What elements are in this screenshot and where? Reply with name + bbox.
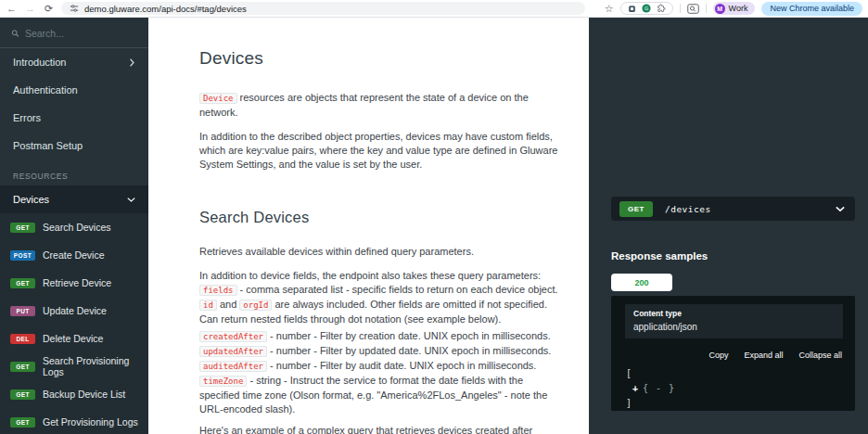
toolbar-divider	[706, 4, 707, 13]
chevron-down-icon[interactable]	[836, 206, 845, 212]
sidebar-op-delete-device[interactable]: DEL Delete Device	[0, 325, 148, 352]
json-collapsed-row: +{ - }	[626, 381, 855, 396]
op-label: Retrieve Device	[43, 277, 111, 288]
op-label: Search Devices	[43, 222, 111, 233]
inline-code-createdafter: createdAfter	[199, 331, 267, 342]
param-fields: fields - comma separated list - specific…	[199, 283, 565, 326]
extensions-puzzle-icon[interactable]	[657, 4, 666, 13]
param-auditedafter: auditedAfter - number - Filter by audit …	[199, 359, 565, 374]
sidebar-item-label: Postman Setup	[13, 140, 83, 151]
sample-panel: GET /devices Response samples 200 Conten…	[589, 18, 868, 434]
grammarly-icon[interactable]: G	[642, 4, 651, 13]
section-description: Retrieves available devices within defin…	[199, 245, 565, 259]
op-label: Update Device	[43, 305, 107, 316]
back-icon[interactable]: ←	[6, 4, 18, 14]
inline-code-fields: fields	[199, 285, 237, 296]
copy-button[interactable]: Copy	[708, 351, 728, 360]
content-type-dropdown[interactable]: Content type application/json	[625, 304, 843, 338]
sidebar-op-retrieve-device[interactable]: GET Retrieve Device	[0, 269, 148, 297]
sidebar-op-create-device[interactable]: POST Create Device	[0, 241, 148, 269]
custom-fields-paragraph: In addition to the described object prop…	[199, 130, 565, 172]
sidebar-search[interactable]	[0, 18, 148, 48]
sidebar-item-label: Errors	[13, 112, 41, 123]
param-text: - comma separated list - specific fields…	[237, 284, 558, 295]
endpoint-path: /devices	[665, 204, 823, 214]
url-bar[interactable]: demo.gluware.com/api-docs/#tag/devices	[61, 2, 585, 15]
param-text: - string - Instruct the service to forma…	[199, 375, 547, 415]
toolbar-divider	[680, 4, 681, 13]
page-title: Devices	[199, 48, 565, 69]
expand-all-button[interactable]: Expand all	[744, 351, 783, 360]
devices-submenu: GET Search Devices POST Create Device GE…	[0, 213, 148, 434]
svg-text:G: G	[645, 6, 648, 11]
intro-text: resources are objects that represent the…	[199, 92, 529, 118]
param-timezone: timeZone - string - Instruct the service…	[199, 374, 565, 416]
sidebar-item-postman-setup[interactable]: Postman Setup	[0, 132, 148, 160]
doc-content: Devices Device resources are objects tha…	[148, 18, 589, 434]
response-sample-panel: Content type application/json Copy Expan…	[611, 296, 855, 411]
status-tab-200[interactable]: 200	[611, 274, 672, 291]
docs-sidebar: Introduction Authentication Errors Postm…	[0, 18, 148, 434]
param-createdafter: createdAfter - number - Filter by creati…	[199, 329, 565, 344]
sidebar-op-search-devices[interactable]: GET Search Devices	[0, 213, 148, 241]
method-badge-get: GET	[10, 223, 35, 233]
endpoint-bar[interactable]: GET /devices	[611, 197, 855, 221]
sidebar-item-authentication[interactable]: Authentication	[0, 76, 148, 104]
method-badge-put: PUT	[10, 306, 35, 316]
op-label: Backup Device List	[43, 389, 125, 400]
profile-chip[interactable]: M Work	[713, 2, 756, 15]
sidebar-item-devices[interactable]: Devices	[0, 185, 148, 213]
sidebar-op-get-provisioning-logs[interactable]: GET Get Provisioning Logs	[0, 408, 148, 434]
chrome-update-button[interactable]: New Chrome available	[761, 2, 862, 16]
bookmark-star-icon[interactable]: ☆	[605, 3, 614, 15]
extensions-group: G	[620, 2, 673, 15]
param-text: - number - Filter by creation date. UNIX…	[267, 330, 551, 341]
inline-code-timezone: timeZone	[199, 376, 247, 387]
sidebar-item-introduction[interactable]: Introduction	[0, 48, 148, 76]
method-badge-del: DEL	[10, 334, 35, 344]
avatar: M	[715, 4, 725, 14]
sidebar-op-backup-device-list[interactable]: GET Backup Device List	[0, 380, 148, 408]
search-input[interactable]	[25, 28, 137, 39]
chevron-right-icon	[129, 58, 135, 67]
profile-name: Work	[729, 4, 748, 13]
sample-actions: Copy Expand all Collapse all	[624, 351, 842, 360]
op-label: Get Provisioning Logs	[43, 416, 138, 428]
param-text: and	[217, 299, 239, 310]
query-params-intro: In addition to device fields, the endpoi…	[199, 269, 565, 283]
json-collapsed-object[interactable]: { - }	[643, 383, 675, 393]
side-panel-search-icon[interactable]	[687, 4, 699, 14]
method-badge-get: GET	[10, 362, 35, 372]
collapse-all-button[interactable]: Collapse all	[798, 351, 842, 360]
reload-icon[interactable]: ⟳	[43, 4, 55, 14]
sidebar-item-label: Authentication	[13, 84, 78, 96]
inline-code-orgid: orgId	[239, 300, 272, 311]
url-text: demo.gluware.com/api-docs/#tag/devices	[84, 4, 247, 14]
inline-code-updatedafter: updatedAfter	[199, 346, 267, 357]
response-samples-title: Response samples	[611, 250, 708, 262]
inline-code-device: Device	[199, 93, 237, 104]
expand-node-toggle[interactable]: +	[632, 383, 638, 393]
method-badge-get: GET	[10, 278, 35, 288]
op-label: Create Device	[43, 249, 105, 261]
site-info-icon[interactable]	[70, 4, 79, 13]
op-label: Delete Device	[43, 333, 103, 344]
browser-toolbar: ← → ⟳ demo.gluware.com/api-docs/#tag/dev…	[0, 0, 868, 18]
sidebar-op-update-device[interactable]: PUT Update Device	[0, 297, 148, 325]
param-text: - number - Filter by updated date. UNIX …	[267, 345, 551, 356]
method-badge-post: POST	[10, 250, 35, 261]
sidebar-item-label: Introduction	[13, 57, 66, 68]
pinned-extension-icon[interactable]	[628, 5, 636, 13]
content-type-value: application/json	[633, 322, 835, 332]
inline-code-auditedafter: auditedAfter	[199, 361, 267, 372]
json-open-bracket: [	[626, 366, 855, 381]
sidebar-op-search-provisioning-logs[interactable]: GET Search Provisioning Logs	[0, 352, 148, 380]
endpoint-method-badge: GET	[619, 201, 653, 217]
sidebar-item-label: Devices	[13, 194, 49, 205]
content-type-label: Content type	[633, 309, 835, 318]
sidebar-item-errors[interactable]: Errors	[0, 104, 148, 132]
forward-icon[interactable]: →	[24, 4, 36, 14]
resources-section-label: RESOURCES	[0, 160, 148, 185]
section-title: Search Devices	[199, 209, 565, 226]
chevron-down-icon	[127, 197, 135, 203]
